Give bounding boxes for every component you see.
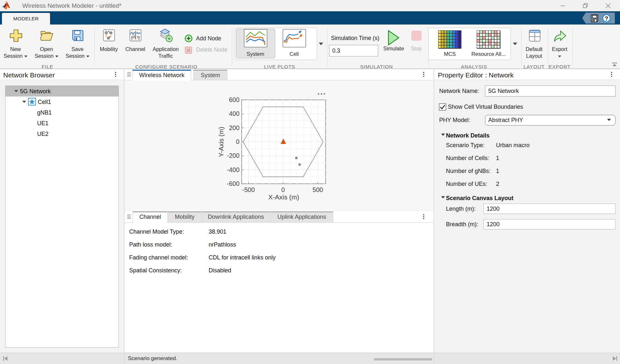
svg-text:200: 200 [229,124,240,131]
svg-text:500: 500 [313,186,323,193]
svg-text:-600: -600 [227,180,239,187]
svg-text:?: ? [605,15,608,22]
svg-text:0: 0 [281,186,285,193]
svg-text:400: 400 [229,110,240,117]
svg-text:-200: -200 [227,152,239,159]
svg-text:-400: -400 [227,166,239,173]
svg-text:0: 0 [236,138,240,145]
svg-text:-500: -500 [242,186,255,193]
svg-text:X-Axis (m): X-Axis (m) [268,193,299,201]
svg-text:600: 600 [229,96,240,103]
svg-text:Y-Axis (m): Y-Axis (m) [217,127,225,157]
